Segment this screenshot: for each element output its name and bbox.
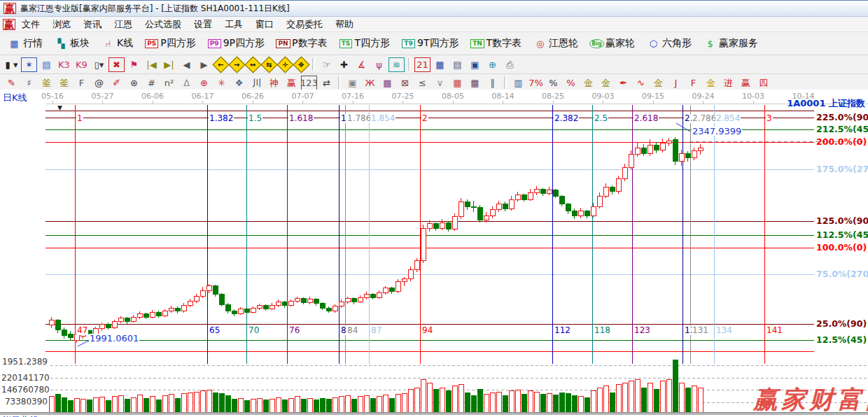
menu-item-文件[interactable]: 文件	[15, 17, 46, 31]
menu-item-交易委托[interactable]: 交易委托	[280, 17, 329, 31]
menu-item-窗口[interactable]: 窗口	[249, 17, 280, 31]
print-icon[interactable]: ⎙	[502, 57, 518, 72]
angle-arc-icon[interactable]: ∆	[178, 76, 195, 90]
menu-item-浏览[interactable]: 浏览	[46, 17, 77, 31]
menu-item-资讯[interactable]: 资讯	[77, 17, 108, 31]
pattern-region-icon[interactable]: ✶	[21, 57, 37, 72]
menu-item-公式选股[interactable]: 公式选股	[139, 17, 188, 31]
ruler-ticks-icon[interactable]: ♯	[21, 76, 37, 90]
web-grid-icon[interactable]: ❖	[231, 76, 247, 90]
nav-first-button[interactable]: |◀	[144, 57, 160, 72]
save-icon[interactable]: ▣	[467, 57, 483, 72]
gann-wheel-button[interactable]: ◎江恩轮	[528, 35, 584, 52]
menu-item-设置[interactable]: 设置	[188, 17, 218, 31]
web-globe-icon[interactable]: ⊕	[484, 57, 500, 72]
winner-wheel-button[interactable]: Big赢家轮	[585, 35, 640, 52]
nav-next-button[interactable]: ▶	[196, 57, 212, 72]
color-flag-icon[interactable]: ⚑	[126, 57, 142, 72]
hand-tool-icon[interactable]: ☞	[318, 57, 335, 72]
crosshair-icon[interactable]: ✚	[336, 57, 352, 72]
kline-button[interactable]: ⑁K线	[97, 35, 139, 52]
ruler-123-icon[interactable]: 123	[301, 76, 317, 90]
pencil-lines-icon[interactable]: ≤	[414, 76, 430, 90]
ying-tool-icon[interactable]: 赢	[284, 76, 300, 90]
t-table-button[interactable]: TNT数字表	[465, 35, 527, 52]
jin-angle-icon[interactable]: 进	[720, 76, 736, 90]
scroll-left-diamond[interactable]: ←	[212, 56, 229, 73]
quotes-button[interactable]: ▦行情	[3, 35, 48, 52]
gann-tool-icon[interactable]: ψ	[371, 57, 387, 72]
web-red-icon[interactable]: ✳	[214, 76, 230, 90]
menu-item-工具[interactable]: 工具	[218, 17, 249, 31]
bottom-pane-tab[interactable]: 能量曲线	[2, 414, 38, 417]
nav-prev-button[interactable]: ◀	[178, 57, 195, 72]
zoom-all-diamond[interactable]: ✥	[293, 56, 309, 73]
gold-angle-2-icon[interactable]: 金	[703, 76, 719, 90]
gold-line-icon[interactable]: 金	[598, 76, 614, 90]
grid-red-icon[interactable]: ▦	[449, 76, 465, 90]
f-ruler-icon[interactable]: F	[74, 76, 90, 90]
brush-red-icon[interactable]: ✒	[615, 76, 631, 90]
angle-measure-icon[interactable]: ∡	[354, 57, 370, 72]
gann-gold-1-icon[interactable]: 釜	[38, 76, 55, 90]
circle-ticks-icon[interactable]: ⊛	[126, 76, 142, 90]
slant-lines-icon[interactable]: ∥	[484, 76, 500, 90]
9p-square-button[interactable]: P99P四方形	[203, 35, 270, 52]
mini-candle-dropdown[interactable]: ▯▾	[91, 57, 107, 72]
notepad-icon[interactable]: ▤	[449, 57, 465, 72]
delete-region-icon[interactable]: ✖	[108, 57, 125, 72]
bars-9-icon[interactable]: K9	[74, 57, 90, 72]
gann-gold-2-icon[interactable]: 釜	[56, 76, 72, 90]
ruler-small-icon[interactable]: #	[144, 76, 160, 90]
position-marker-icon[interactable]: ▼	[57, 105, 62, 111]
k-ticks-icon[interactable]: 川	[248, 76, 265, 90]
column-chart-icon[interactable]: ▥	[510, 76, 526, 90]
info-panel-icon[interactable]: ▤	[38, 57, 55, 72]
pencil-arc-icon[interactable]: ✐	[108, 76, 125, 90]
v-dots-icon[interactable]: ∨	[432, 76, 448, 90]
width-arrows-icon[interactable]: ⇄	[318, 76, 335, 90]
gold-circle-icon[interactable]: 金	[580, 76, 596, 90]
t-square-button[interactable]: TST四方形	[334, 35, 396, 52]
percent-icon[interactable]: %	[545, 76, 561, 90]
pane-divider[interactable]	[0, 412, 868, 415]
si-angle-icon[interactable]: 四	[755, 76, 771, 90]
spiral-tool-icon[interactable]: @	[91, 76, 107, 90]
n-squared-icon[interactable]: n²	[161, 76, 177, 90]
grid-dark-icon[interactable]: ▦	[467, 76, 483, 90]
stats-pattern-icon[interactable]: ≋	[388, 57, 405, 72]
gann-circle-icon[interactable]: ⊕	[196, 76, 212, 90]
shen-tool-icon[interactable]: 神	[266, 76, 282, 90]
rays-tool-icon[interactable]: Ж	[362, 76, 378, 90]
f-angle-icon[interactable]: F	[685, 76, 701, 90]
ying-angle-icon[interactable]: 赢	[738, 76, 754, 90]
zoom-out-diamond[interactable]: ✛	[276, 56, 293, 73]
p-square-button[interactable]: PSP四方形	[140, 35, 201, 52]
p-table-button[interactable]: PNP数字表	[272, 35, 332, 52]
bars-3-icon[interactable]: K3	[56, 57, 72, 72]
percent-7-icon[interactable]: 7%	[528, 76, 544, 90]
winner-service-button[interactable]: $赢家服务	[699, 35, 764, 52]
j-angle-icon[interactable]: J	[668, 76, 684, 90]
wave-red-icon[interactable]: ∿	[633, 76, 649, 90]
pane-period-label[interactable]: 日K线	[3, 92, 27, 104]
9t-square-button[interactable]: T99T四方形	[397, 35, 464, 52]
expand-h-diamond[interactable]: ↔	[244, 56, 261, 73]
menu-item-帮助[interactable]: 帮助	[329, 17, 360, 31]
pencil-tool-icon[interactable]: ✎	[4, 76, 20, 90]
percent-line-icon[interactable]: %	[563, 76, 579, 90]
frame-purple-icon[interactable]: ▩	[379, 76, 396, 90]
frame-tool-icon[interactable]: ▣	[344, 76, 360, 90]
compress-diamond[interactable]: ⇆	[260, 56, 277, 73]
menu-item-江恩[interactable]: 江恩	[108, 17, 139, 31]
kline-chart-panel[interactable]: 05-1605-2706-0606-1706-2607-0707-1607-25…	[0, 90, 868, 417]
candle-style-dropdown[interactable]: ▮ ▾	[4, 57, 20, 72]
calculator-icon[interactable]: ▦	[432, 57, 448, 72]
frame-x-icon[interactable]: ⊠	[397, 76, 413, 90]
gold-angle-icon[interactable]: 金	[650, 76, 666, 90]
scroll-right-diamond[interactable]: →	[228, 56, 245, 73]
nav-last-button[interactable]: ▶|	[161, 57, 177, 72]
hexagon-button[interactable]: ⬡六角形	[642, 35, 697, 52]
calendar-21-icon[interactable]: 21	[414, 57, 430, 72]
sectors-button[interactable]: ▚板块	[50, 35, 95, 52]
